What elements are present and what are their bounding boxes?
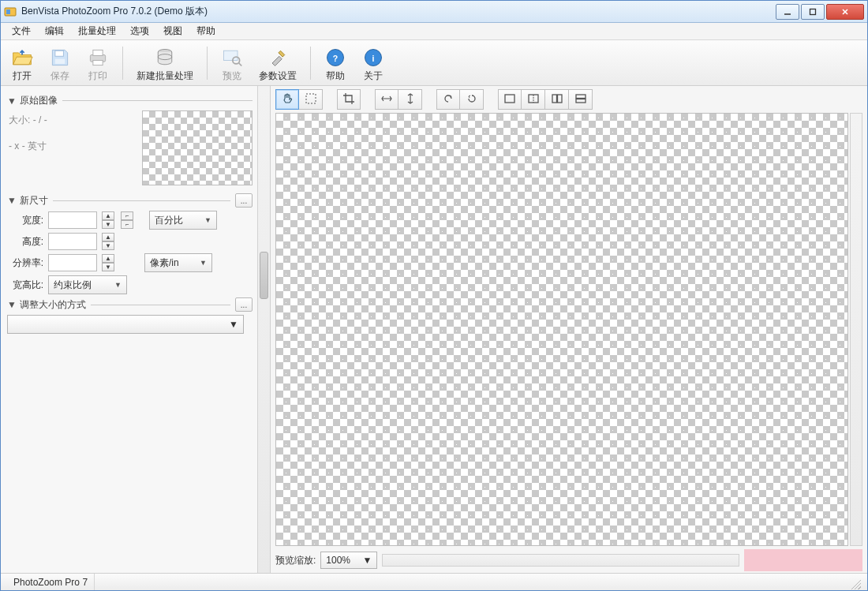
unit-select-pixels-in[interactable]: 像素/in▼: [144, 253, 212, 272]
main-toolbar: 打开 保存 打印 新建批量处理 预览 参数设置 ? 帮助 i: [1, 40, 867, 86]
svg-rect-1: [6, 9, 10, 14]
preview-button[interactable]: 预览: [215, 43, 249, 83]
tool-flip-v-button[interactable]: [398, 89, 422, 110]
menu-view[interactable]: 视图: [157, 23, 189, 39]
watermark-strip: [744, 549, 862, 571]
width-label: 宽度:: [7, 214, 43, 227]
toolbar-separator: [207, 47, 208, 80]
tool-hand-button[interactable]: [275, 89, 299, 110]
triangle-down-icon: ▼: [7, 299, 17, 310]
folder-open-icon: [11, 47, 33, 69]
svg-rect-26: [576, 95, 586, 99]
svg-rect-25: [557, 95, 562, 103]
tool-region-button[interactable]: [299, 89, 323, 110]
svg-text:?: ?: [333, 54, 338, 63]
help-icon: ?: [324, 47, 346, 69]
help-button[interactable]: ? 帮助: [319, 43, 352, 83]
chevron-down-icon: ▼: [362, 555, 372, 566]
right-pane: 预览缩放: 100%▼: [271, 86, 867, 573]
newsize-expand-button[interactable]: ...: [235, 193, 253, 208]
link-width-height[interactable]: ⌐⌐: [121, 211, 133, 229]
canvas-h-scrollbar[interactable]: [382, 554, 739, 567]
window-close-button[interactable]: [826, 4, 864, 20]
section-resize-method: ▼ 调整大小的方式 ...: [7, 297, 253, 312]
tool-flip-h-button[interactable]: [375, 89, 398, 110]
aspect-select[interactable]: 约束比例▼: [48, 275, 127, 294]
menu-options[interactable]: 选项: [124, 23, 155, 39]
svg-text:i: i: [372, 54, 375, 63]
original-thumbnail: [142, 110, 253, 185]
tool-rotate-cw-button[interactable]: [460, 89, 484, 110]
toolbar-separator: [310, 47, 311, 80]
about-button[interactable]: i 关于: [357, 43, 390, 83]
unit-select-percent[interactable]: 百分比▼: [149, 211, 217, 230]
resize-grip[interactable]: [848, 577, 861, 589]
triangle-down-icon: ▼: [7, 195, 17, 206]
layout-split-v-button[interactable]: [545, 89, 569, 110]
printer-icon: [87, 47, 109, 69]
titlebar: BenVista PhotoZoom Pro 7.0.2 (Demo 版本): [1, 1, 867, 23]
info-icon: i: [362, 47, 384, 69]
left-scrollbar[interactable]: [257, 86, 270, 573]
window-minimize-button[interactable]: [776, 4, 799, 20]
height-input[interactable]: [48, 233, 97, 250]
section-title: 原始图像: [20, 94, 58, 107]
triangle-down-icon: ▼: [7, 95, 17, 107]
width-spinner[interactable]: ▲▼: [102, 211, 114, 229]
save-button[interactable]: 保存: [43, 43, 77, 83]
aspect-label: 宽高比:: [7, 279, 43, 292]
svg-rect-20: [306, 94, 316, 103]
svg-line-15: [239, 63, 242, 66]
hand-icon: [281, 92, 294, 107]
menubar: 文件 编辑 批量处理 选项 视图 帮助: [1, 23, 867, 40]
svg-rect-13: [224, 50, 238, 60]
tool-crop-button[interactable]: [337, 89, 361, 110]
canvas-toolbar: [271, 86, 867, 113]
height-spinner[interactable]: ▲▼: [102, 233, 114, 250]
open-button[interactable]: 打开: [6, 43, 39, 83]
zoom-label: 预览缩放:: [275, 554, 316, 567]
resolution-label: 分辨率:: [7, 256, 43, 270]
layout-split-center-button[interactable]: [522, 89, 545, 110]
tool-rotate-ccw-button[interactable]: [436, 89, 460, 110]
tools-icon: [267, 47, 289, 69]
resolution-spinner[interactable]: ▲▼: [102, 254, 114, 271]
chevron-down-icon: ▼: [204, 216, 211, 224]
svg-rect-24: [552, 95, 557, 103]
menu-help[interactable]: 帮助: [190, 23, 222, 39]
menu-edit[interactable]: 编辑: [39, 23, 70, 39]
width-input[interactable]: [48, 211, 97, 229]
rotate-ccw-icon: [442, 92, 455, 107]
layout-split-h-icon: [574, 92, 587, 107]
rotate-cw-icon: [466, 92, 478, 107]
chevron-down-icon: ▼: [200, 259, 207, 267]
flip-horizontal-icon: [380, 92, 393, 107]
canvas-v-scrollbar[interactable]: [850, 113, 862, 546]
scrollbar-thumb[interactable]: [260, 252, 268, 299]
chevron-down-icon: ▼: [229, 319, 238, 330]
section-title: 新尺寸: [20, 194, 48, 208]
new-batch-button[interactable]: 新建批量处理: [131, 43, 199, 83]
svg-rect-6: [55, 50, 64, 56]
layout-single-button[interactable]: [498, 89, 522, 110]
layout-split-h-button[interactable]: [569, 89, 593, 110]
svg-rect-10: [93, 60, 103, 65]
resize-method-select[interactable]: ▼: [7, 315, 244, 334]
menu-batch[interactable]: 批量处理: [72, 23, 122, 39]
window-maximize-button[interactable]: [801, 4, 825, 20]
statusbar: PhotoZoom Pro 7: [1, 573, 867, 590]
settings-button[interactable]: 参数设置: [253, 43, 302, 83]
layout-single-icon: [503, 92, 516, 107]
section-title: 调整大小的方式: [20, 298, 86, 312]
zoom-select[interactable]: 100%▼: [320, 552, 377, 569]
section-new-size: ▼ 新尺寸 ...: [7, 193, 253, 208]
print-button[interactable]: 打印: [81, 43, 114, 83]
crop-icon: [342, 92, 355, 107]
magnifier-icon: [221, 47, 243, 69]
resolution-input[interactable]: [48, 254, 97, 271]
preview-canvas[interactable]: [275, 113, 848, 546]
status-product: PhotoZoom Pro 7: [7, 574, 95, 590]
original-size-label: 大小: - / -: [7, 109, 142, 135]
menu-file[interactable]: 文件: [6, 23, 37, 39]
resize-method-expand-button[interactable]: ...: [235, 297, 253, 312]
